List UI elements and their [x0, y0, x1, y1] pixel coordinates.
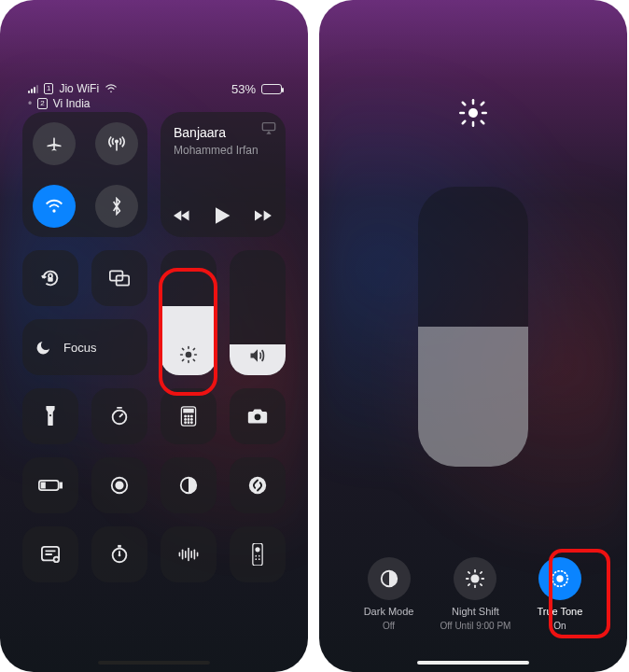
true-tone-toggle[interactable]: True Tone On	[537, 557, 582, 631]
moon-icon	[35, 339, 52, 356]
brightness-icon	[179, 345, 198, 364]
dark-mode-button[interactable]	[161, 457, 217, 513]
svg-line-13	[193, 359, 194, 360]
dark-mode-sub: Off	[383, 621, 395, 631]
camera-button[interactable]	[230, 388, 286, 444]
bluetooth-icon	[109, 197, 124, 216]
bluetooth-button[interactable]	[95, 185, 138, 228]
low-power-button[interactable]	[22, 457, 78, 513]
svg-point-29	[255, 413, 261, 420]
svg-point-54	[259, 555, 260, 557]
low-power-icon	[38, 479, 63, 492]
svg-point-20	[185, 415, 187, 417]
cellular-data-button[interactable]	[95, 122, 138, 165]
voice-memos-icon	[177, 546, 200, 563]
play-icon[interactable]	[216, 207, 230, 224]
svg-rect-32	[41, 483, 46, 489]
svg-line-14	[193, 349, 194, 350]
svg-point-22	[191, 415, 193, 417]
svg-point-23	[185, 419, 187, 421]
camera-icon	[247, 408, 268, 425]
antenna-icon	[107, 134, 126, 153]
brightness-slider[interactable]	[161, 250, 217, 375]
screen-mirroring-icon	[109, 270, 130, 287]
timer-button[interactable]	[91, 388, 147, 444]
night-shift-icon	[465, 568, 485, 589]
brightness-options-row: Dark Mode Off Night Shift Off Until 9:00…	[319, 557, 627, 631]
svg-line-65	[463, 121, 466, 124]
svg-line-74	[481, 572, 482, 573]
volume-icon	[248, 347, 267, 364]
volume-slider[interactable]	[230, 250, 286, 375]
phone-brightness-panel: Dark Mode Off Night Shift Off Until 9:00…	[319, 0, 627, 672]
media-module[interactable]: Banjaara Mohammed Irfan	[161, 112, 286, 237]
flashlight-icon	[44, 406, 57, 427]
svg-line-62	[463, 103, 466, 105]
shazam-button[interactable]	[230, 457, 286, 513]
night-shift-title: Night Shift	[452, 606, 499, 617]
orientation-lock-icon	[40, 268, 61, 288]
flashlight-button[interactable]	[22, 388, 78, 444]
timer-icon	[109, 406, 130, 427]
dark-mode-title: Dark Mode	[364, 606, 414, 617]
svg-point-56	[259, 558, 260, 560]
svg-rect-19	[184, 409, 193, 412]
brightness-large-slider[interactable]	[418, 187, 528, 467]
night-shift-sub: Off Until 9:00 PM	[440, 621, 510, 631]
airplane-icon	[45, 134, 63, 153]
stopwatch-button[interactable]	[91, 526, 147, 582]
svg-point-25	[191, 419, 193, 421]
svg-line-75	[468, 584, 469, 585]
svg-rect-3	[262, 123, 274, 131]
next-track-icon[interactable]	[255, 209, 273, 222]
true-tone-icon	[550, 568, 570, 589]
svg-point-53	[255, 555, 257, 557]
control-center-grid: Banjaara Mohammed Irfan	[0, 84, 308, 582]
svg-line-72	[468, 572, 469, 573]
notes-icon	[40, 545, 61, 564]
airplane-mode-button[interactable]	[33, 122, 76, 165]
svg-point-2	[52, 209, 55, 212]
night-shift-toggle[interactable]: Night Shift Off Until 9:00 PM	[440, 557, 510, 631]
svg-point-55	[255, 558, 257, 560]
wifi-icon	[45, 199, 63, 214]
wifi-button[interactable]	[33, 185, 76, 228]
connectivity-module	[22, 112, 147, 237]
remote-button[interactable]	[230, 526, 286, 582]
calculator-button[interactable]	[161, 388, 217, 444]
dark-mode-toggle[interactable]: Dark Mode Off	[364, 557, 414, 631]
svg-rect-51	[253, 543, 262, 566]
voice-memos-button[interactable]	[161, 526, 217, 582]
screen-mirroring-button[interactable]	[91, 250, 147, 306]
svg-line-15	[183, 359, 184, 360]
svg-point-16	[49, 414, 51, 416]
svg-point-26	[185, 422, 187, 424]
media-title: Banjaara	[174, 125, 273, 140]
dark-mode-option-icon	[379, 568, 399, 589]
svg-point-17	[113, 411, 127, 425]
stopwatch-icon	[109, 544, 130, 565]
phone-control-center: 1 Jio WiFi • 2 Vi India 53%	[0, 0, 308, 672]
focus-label: Focus	[63, 341, 96, 355]
brightness-header-icon	[459, 99, 487, 127]
remote-icon	[252, 543, 263, 566]
status-bar: 1 Jio WiFi • 2 Vi India 53%	[0, 0, 308, 84]
focus-button[interactable]: Focus	[22, 319, 147, 375]
screen-record-button[interactable]	[91, 457, 147, 513]
svg-rect-31	[60, 483, 62, 487]
svg-point-7	[186, 352, 192, 358]
airplay-icon[interactable]	[261, 121, 276, 134]
svg-point-34	[116, 482, 122, 488]
dark-mode-icon	[178, 475, 199, 496]
calculator-icon	[180, 406, 197, 427]
svg-line-64	[482, 103, 484, 105]
home-indicator[interactable]	[417, 661, 529, 665]
notes-button[interactable]	[22, 526, 78, 582]
previous-track-icon[interactable]	[174, 209, 191, 222]
home-indicator[interactable]	[98, 661, 210, 665]
svg-line-12	[183, 349, 184, 350]
orientation-lock-button[interactable]	[22, 250, 78, 306]
svg-rect-4	[48, 277, 53, 282]
svg-line-73	[481, 584, 482, 585]
svg-point-67	[471, 574, 480, 582]
